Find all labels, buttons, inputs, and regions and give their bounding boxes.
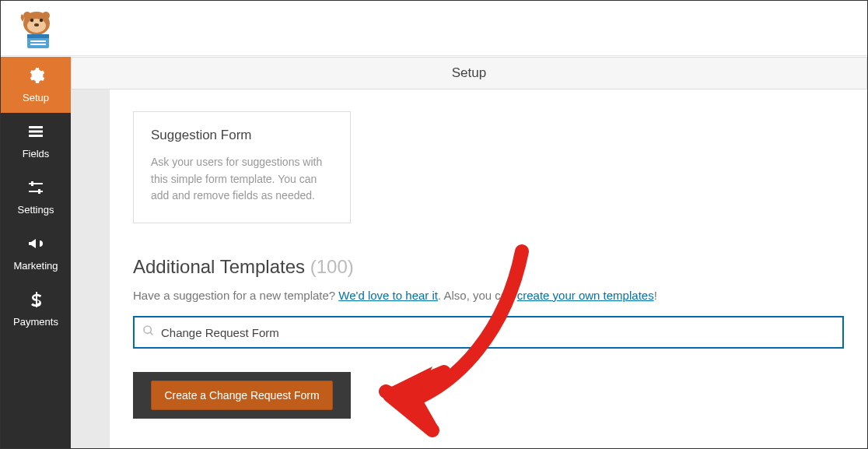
- svg-rect-17: [38, 189, 40, 194]
- sidebar-item-payments[interactable]: Payments: [1, 281, 71, 337]
- sidebar-item-label: Setup: [23, 92, 49, 103]
- svg-rect-12: [29, 131, 43, 133]
- sidebar-item-marketing[interactable]: Marketing: [1, 225, 71, 281]
- svg-rect-8: [27, 34, 49, 38]
- page-title: Setup: [452, 65, 486, 81]
- template-result-change-request[interactable]: Create a Change Request Form: [133, 372, 351, 419]
- template-search[interactable]: [133, 316, 844, 349]
- svg-rect-13: [29, 135, 43, 137]
- main-area: Setup Suggestion Form Ask your users for…: [71, 57, 867, 448]
- section-heading-text: Additional Templates: [133, 256, 305, 277]
- app-logo: [13, 6, 57, 50]
- section-subtext: Have a suggestion for a new template? We…: [133, 289, 844, 302]
- sidebar-item-label: Payments: [13, 316, 58, 328]
- svg-point-3: [40, 19, 43, 22]
- svg-point-18: [144, 326, 151, 333]
- search-icon: [142, 324, 155, 340]
- svg-rect-16: [31, 181, 33, 186]
- sidebar: Setup Fields Settings Marketing Payments: [1, 57, 71, 448]
- section-heading-count: (100): [310, 256, 354, 277]
- svg-rect-9: [30, 40, 46, 42]
- svg-rect-14: [29, 183, 43, 184]
- sidebar-item-label: Settings: [18, 204, 54, 216]
- page-tab-header: Setup: [71, 57, 867, 89]
- svg-rect-11: [29, 126, 43, 128]
- section-heading: Additional Templates (100): [133, 256, 844, 278]
- svg-point-5: [23, 12, 31, 19]
- sidebar-item-label: Fields: [23, 148, 50, 160]
- sliders-icon: [26, 178, 45, 199]
- dollar-icon: [26, 290, 45, 311]
- sidebar-item-setup[interactable]: Setup: [1, 57, 71, 113]
- gear-icon: [26, 66, 45, 87]
- svg-point-6: [42, 12, 50, 19]
- template-card-suggestion-form[interactable]: Suggestion Form Ask your users for sugge…: [133, 111, 351, 223]
- create-form-button[interactable]: Create a Change Request Form: [151, 381, 332, 410]
- sidebar-item-fields[interactable]: Fields: [1, 113, 71, 169]
- template-card-description: Ask your users for suggestions with this…: [151, 154, 333, 205]
- svg-point-2: [30, 19, 33, 22]
- sidebar-item-settings[interactable]: Settings: [1, 169, 71, 225]
- list-icon: [26, 122, 45, 143]
- suggestion-link[interactable]: We'd love to hear it: [338, 289, 438, 302]
- additional-templates-section: Additional Templates (100) Have a sugges…: [133, 256, 844, 419]
- svg-point-4: [34, 23, 39, 26]
- svg-rect-10: [30, 44, 46, 45]
- topbar: [1, 1, 867, 56]
- template-search-input[interactable]: [161, 326, 835, 339]
- bullhorn-icon: [26, 234, 45, 255]
- create-templates-link[interactable]: create your own templates: [517, 289, 654, 302]
- template-card-title: Suggestion Form: [151, 128, 333, 143]
- svg-line-19: [150, 332, 152, 335]
- svg-rect-15: [29, 191, 43, 192]
- content: Suggestion Form Ask your users for sugge…: [110, 89, 867, 448]
- sidebar-item-label: Marketing: [13, 260, 58, 272]
